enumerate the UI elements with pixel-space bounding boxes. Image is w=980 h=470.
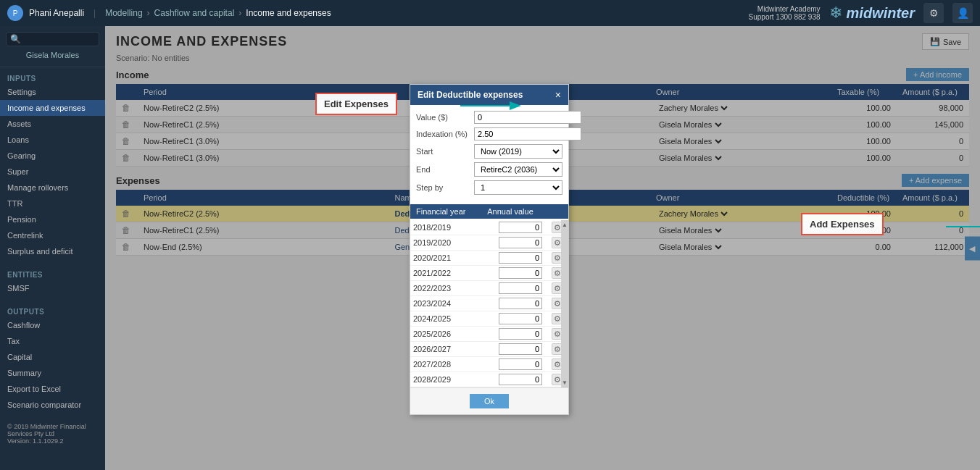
sidebar-item-centrelink[interactable]: Centrelink xyxy=(0,227,105,243)
modal-value-input[interactable] xyxy=(499,374,542,385)
nav-right: Midwinter Academy Support 1300 882 938 ❄… xyxy=(749,3,973,23)
list-item: 2028/2029 ⚙ xyxy=(410,372,568,387)
sidebar-item-capital[interactable]: Capital xyxy=(0,349,105,365)
sidebar-item-scenario-comparator[interactable]: Scenario comparator xyxy=(0,397,105,413)
list-item: 2023/2024 ⚙ xyxy=(410,296,568,311)
modal-form: Value ($) Indexation (%) Start Now (2019… xyxy=(410,105,568,204)
search-icon: 🔍 xyxy=(10,34,21,44)
sidebar-item-gearing[interactable]: Gearing xyxy=(0,148,105,164)
list-item: 2022/2023 ⚙ xyxy=(410,281,568,296)
sidebar-item-pension[interactable]: Pension xyxy=(0,211,105,227)
user-icon-btn[interactable]: 👤 xyxy=(952,3,973,23)
sidebar-item-surplus-and-deficit[interactable]: Surplus and deficit xyxy=(0,243,105,259)
stepby-select[interactable]: 1 xyxy=(474,180,562,195)
logo-text: midwinter xyxy=(847,5,915,22)
sidebar-sections: INPUTSSettingsIncome and expensesAssetsL… xyxy=(0,67,105,417)
modal-close-button[interactable]: × xyxy=(555,89,561,101)
modal-value-input[interactable] xyxy=(499,237,542,248)
add-expenses-annotation: Add Expenses xyxy=(801,213,884,235)
sidebar-section-title: OUTPUTS xyxy=(0,305,105,317)
modal-table-container: 2018/2019 ⚙ 2019/2020 ⚙ 2020/2021 ⚙ 2021… xyxy=(410,220,568,387)
nav-username: Phani Anepalli xyxy=(29,8,84,18)
nav-left: P Phani Anepalli | Modelling › Cashflow … xyxy=(7,5,331,21)
sidebar-item-income-and-expenses[interactable]: Income and expenses xyxy=(0,100,105,116)
value-input[interactable] xyxy=(474,111,581,124)
modal-value-input[interactable] xyxy=(499,252,542,264)
modal-value-input[interactable] xyxy=(499,267,542,279)
value-label: Value ($) xyxy=(416,113,474,122)
modal-year: 2023/2024 xyxy=(413,299,499,308)
list-item: 2021/2022 ⚙ xyxy=(410,266,568,281)
indexation-input[interactable] xyxy=(474,127,581,140)
sidebar-profile-name: Gisela Morales xyxy=(6,49,99,61)
sidebar: 🔍 Gisela Morales INPUTSSettingsIncome an… xyxy=(0,26,105,470)
sidebar-item-tax[interactable]: Tax xyxy=(0,333,105,349)
sidebar-section-title: INPUTS xyxy=(0,72,105,84)
breadcrumb: Modelling › Cashflow and capital › Incom… xyxy=(105,8,331,18)
end-row: End RetireC2 (2036) xyxy=(416,162,562,177)
content-area: INCOME AND EXPENSES 💾 Save Scenario: No … xyxy=(105,26,980,470)
modal-year: 2019/2020 xyxy=(413,238,499,247)
sidebar-section: ENTITIESSMSF xyxy=(0,264,105,301)
sidebar-item-cashflow[interactable]: Cashflow xyxy=(0,317,105,333)
modal-value-input[interactable] xyxy=(499,313,542,324)
stepby-row: Step by 1 xyxy=(416,180,562,195)
edit-expenses-annotation: Edit Expenses xyxy=(315,93,397,115)
indexation-label: Indexation (%) xyxy=(416,130,474,138)
start-select[interactable]: Now (2019) xyxy=(474,144,562,159)
sidebar-item-manage-rollovers[interactable]: Manage rollovers xyxy=(0,180,105,196)
edit-deductible-modal: Edit Deductible expenses × Value ($) Ind… xyxy=(410,84,569,415)
modal-year: 2020/2021 xyxy=(413,253,499,262)
sidebar-item-settings[interactable]: Settings xyxy=(0,84,105,100)
modal-table-header: Financial year Annual value xyxy=(410,204,568,219)
modal-value-input[interactable] xyxy=(499,282,542,294)
breadcrumb-item-1[interactable]: Modelling xyxy=(105,8,142,18)
support-info: Midwinter Academy Support 1300 882 938 xyxy=(749,5,821,21)
modal-year: 2028/2029 xyxy=(413,375,499,384)
start-label: Start xyxy=(416,147,474,156)
logo-area: ❄ midwinter xyxy=(829,4,915,22)
end-select[interactable]: RetireC2 (2036) xyxy=(474,162,562,177)
list-item: 2026/2027 ⚙ xyxy=(410,342,568,357)
list-item: 2019/2020 ⚙ xyxy=(410,235,568,251)
sidebar-item-ttr[interactable]: TTR xyxy=(0,196,105,211)
modal-value-input[interactable] xyxy=(499,222,542,233)
modal-year: 2027/2028 xyxy=(413,360,499,369)
breadcrumb-item-3: Income and expenses xyxy=(246,8,331,18)
sidebar-section: OUTPUTSCashflowTaxCapitalSummaryExport t… xyxy=(0,301,105,417)
stepby-label: Step by xyxy=(416,183,474,192)
settings-icon-btn[interactable]: ⚙ xyxy=(923,3,944,23)
end-label: End xyxy=(416,165,474,174)
sidebar-section-title: ENTITIES xyxy=(0,268,105,280)
ok-button[interactable]: Ok xyxy=(470,394,509,408)
sidebar-item-assets[interactable]: Assets xyxy=(0,116,105,132)
sidebar-search-box[interactable]: 🔍 xyxy=(6,32,99,46)
list-item: 2018/2019 ⚙ xyxy=(410,220,568,235)
modal-value-input[interactable] xyxy=(499,328,542,340)
modal-value-input[interactable] xyxy=(499,343,542,355)
top-navigation: P Phani Anepalli | Modelling › Cashflow … xyxy=(0,0,980,26)
breadcrumb-item-2[interactable]: Cashflow and capital xyxy=(154,8,235,18)
modal-year: 2025/2026 xyxy=(413,330,499,338)
modal-year: 2024/2025 xyxy=(413,314,499,323)
sidebar-item-loans[interactable]: Loans xyxy=(0,132,105,148)
scroll-down-icon[interactable]: ▼ xyxy=(562,379,568,386)
modal-year: 2022/2023 xyxy=(413,284,499,293)
sidebar-section: INPUTSSettingsIncome and expensesAssetsL… xyxy=(0,67,105,264)
sidebar-item-super[interactable]: Super xyxy=(0,164,105,180)
list-item: 2020/2021 ⚙ xyxy=(410,251,568,266)
modal-header: Edit Deductible expenses × xyxy=(410,85,568,105)
main-layout: 🔍 Gisela Morales INPUTSSettingsIncome an… xyxy=(0,26,980,470)
sidebar-item-export-to-excel[interactable]: Export to Excel xyxy=(0,381,105,397)
list-item: 2027/2028 ⚙ xyxy=(410,357,568,372)
modal-col-value: Annual value xyxy=(481,207,539,216)
search-input[interactable] xyxy=(23,35,81,43)
sidebar-footer: © 2019 Midwinter Financial Services Pty … xyxy=(0,417,105,448)
scrollbar[interactable]: ▲ ▼ xyxy=(561,220,568,387)
indexation-row: Indexation (%) xyxy=(416,127,562,140)
sidebar-item-summary[interactable]: Summary xyxy=(0,365,105,381)
modal-value-input[interactable] xyxy=(499,298,542,309)
scroll-up-icon[interactable]: ▲ xyxy=(562,222,568,228)
sidebar-item-smsf[interactable]: SMSF xyxy=(0,280,105,296)
modal-value-input[interactable] xyxy=(499,358,542,370)
